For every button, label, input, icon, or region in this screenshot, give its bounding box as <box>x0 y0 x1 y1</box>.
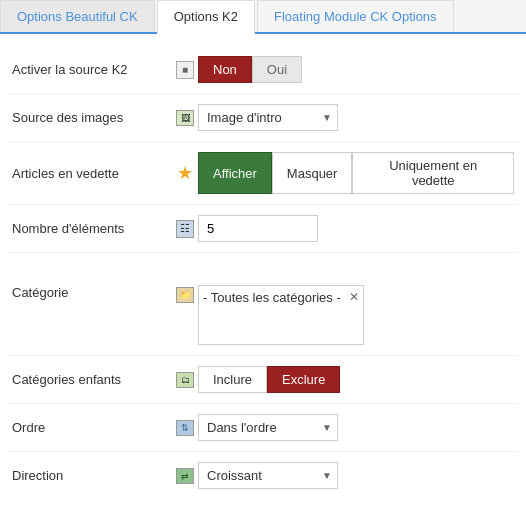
ordre-row: Ordre ⇅ Dans l'ordre Aléatoire Date Titr… <box>8 404 518 452</box>
source-images-label: Source des images <box>12 110 172 125</box>
categories-enfants-toggle: Inclure Exclure <box>198 366 340 393</box>
categorie-label: Catégorie <box>12 285 172 300</box>
arrows-icon: ⇅ <box>176 420 194 436</box>
source-icon: ■ <box>176 61 194 79</box>
non-button[interactable]: Non <box>198 56 252 83</box>
category-item-text: - Toutes les catégories - <box>203 290 341 305</box>
direction-select[interactable]: Croissant Décroissant <box>198 462 338 489</box>
oui-button[interactable]: Oui <box>252 56 302 83</box>
nombre-elements-icon-cell: ☷ <box>172 220 198 238</box>
nombre-elements-row: Nombre d'éléments ☷ <box>8 205 518 253</box>
uniquement-button[interactable]: Uniquement en vedette <box>352 152 514 194</box>
masquer-button[interactable]: Masquer <box>272 152 353 194</box>
spacer1 <box>8 253 518 273</box>
category-remove-button[interactable]: ✕ <box>349 290 359 304</box>
tab-bar: Options Beautiful CK Options K2 Floating… <box>0 0 526 34</box>
source-images-select-wrapper: Image d'intro Image K2 Aucune ▼ <box>198 104 338 131</box>
categorie-box[interactable]: - Toutes les catégories - ✕ <box>198 285 364 345</box>
exclure-button[interactable]: Exclure <box>267 366 340 393</box>
direction-arrows-icon: ⇄ <box>176 468 194 484</box>
activer-source-toggle: Non Oui <box>198 56 302 83</box>
direction-icon-cell: ⇄ <box>172 468 198 484</box>
grid-icon: ☷ <box>176 220 194 238</box>
afficher-button[interactable]: Afficher <box>198 152 272 194</box>
nombre-elements-input[interactable] <box>198 215 318 242</box>
image-icon: 🖼 <box>176 110 194 126</box>
articles-vedette-toggle: Afficher Masquer Uniquement en vedette <box>198 152 514 194</box>
inclure-button[interactable]: Inclure <box>198 366 267 393</box>
activer-source-label: Activer la source K2 <box>12 62 172 77</box>
source-images-select[interactable]: Image d'intro Image K2 Aucune <box>198 104 338 131</box>
categorie-icon-cell: 📁 <box>172 287 198 303</box>
tab-floating[interactable]: Floating Module CK Options <box>257 0 454 32</box>
tab-beautiful-ck[interactable]: Options Beautiful CK <box>0 0 155 32</box>
ordre-label: Ordre <box>12 420 172 435</box>
tab-k2[interactable]: Options K2 <box>157 0 255 34</box>
source-images-icon-cell: 🖼 <box>172 110 198 126</box>
direction-select-wrapper: Croissant Décroissant ▼ <box>198 462 338 489</box>
nombre-elements-label: Nombre d'éléments <box>12 221 172 236</box>
direction-label: Direction <box>12 468 172 483</box>
categories-enfants-row: Catégories enfants 🗂 Inclure Exclure <box>8 356 518 404</box>
categories-enfants-label: Catégories enfants <box>12 372 172 387</box>
direction-row: Direction ⇄ Croissant Décroissant ▼ <box>8 452 518 499</box>
content-panel: Activer la source K2 ■ Non Oui Source de… <box>0 34 526 511</box>
articles-vedette-row: Articles en vedette ★ Afficher Masquer U… <box>8 142 518 205</box>
ordre-select[interactable]: Dans l'ordre Aléatoire Date Titre <box>198 414 338 441</box>
folder-icon: 📁 <box>176 287 194 303</box>
articles-vedette-label: Articles en vedette <box>12 166 172 181</box>
ordre-icon-cell: ⇅ <box>172 420 198 436</box>
categories-enfants-icon-cell: 🗂 <box>172 372 198 388</box>
source-images-row: Source des images 🖼 Image d'intro Image … <box>8 94 518 142</box>
activer-source-row: Activer la source K2 ■ Non Oui <box>8 46 518 94</box>
ordre-select-wrapper: Dans l'ordre Aléatoire Date Titre ▼ <box>198 414 338 441</box>
articles-vedette-icon-cell: ★ <box>172 162 198 184</box>
activer-source-icon-cell: ■ <box>172 61 198 79</box>
category-item: - Toutes les catégories - ✕ <box>203 290 359 305</box>
star-icon: ★ <box>177 162 193 184</box>
folder2-icon: 🗂 <box>176 372 194 388</box>
categorie-row: Catégorie 📁 - Toutes les catégories - ✕ <box>8 273 518 356</box>
